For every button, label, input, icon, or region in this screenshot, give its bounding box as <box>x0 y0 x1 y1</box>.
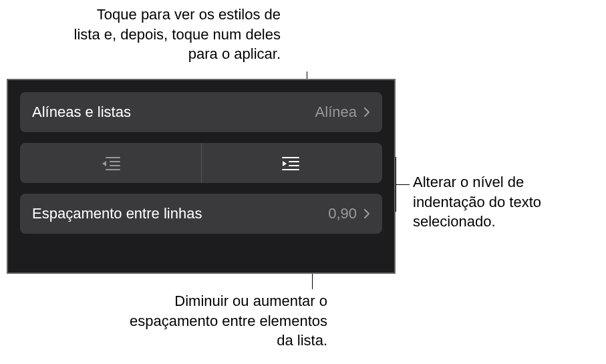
bullets-lists-value: Alínea <box>315 104 357 121</box>
callout-line-spacing: Diminuir ou aumentar o espaçamento entre… <box>114 291 327 351</box>
indent-button[interactable] <box>202 143 383 183</box>
bullets-lists-label: Alíneas e listas <box>32 104 315 121</box>
line-spacing-label: Espaçamento entre linhas <box>32 205 328 222</box>
outdent-button[interactable] <box>20 143 201 183</box>
format-panel: Alíneas e listas Alínea <box>7 79 396 274</box>
line-spacing-row[interactable]: Espaçamento entre linhas 0,90 <box>20 194 382 234</box>
line-spacing-value: 0,90 <box>328 205 357 222</box>
callout-list-styles: Toque para ver os estilos de lista e, de… <box>67 5 281 64</box>
callout-line-right <box>396 184 410 185</box>
indent-icon <box>281 155 303 171</box>
outdent-icon <box>100 155 121 171</box>
indent-controls-row <box>20 143 382 183</box>
chevron-right-icon <box>363 208 370 219</box>
bullets-lists-row[interactable]: Alíneas e listas Alínea <box>20 92 382 132</box>
chevron-right-icon <box>363 107 370 118</box>
callout-indent-level: Alterar o nível de indentação do texto s… <box>413 172 593 232</box>
